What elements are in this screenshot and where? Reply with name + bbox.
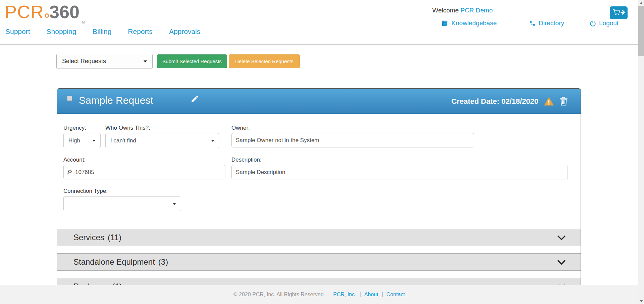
chevron-down-icon: [211, 140, 214, 142]
section-standalone-equipment-count: (3): [158, 257, 168, 267]
created-date: Created Date: 02/18/2020: [451, 97, 538, 106]
directory-link[interactable]: Directory: [529, 19, 564, 27]
knowledgebase-label: Knowledgebase: [451, 19, 497, 27]
username-link[interactable]: PCR Demo: [461, 7, 493, 14]
vertical-scrollbar[interactable]: [638, 0, 644, 304]
connection-type-select[interactable]: [63, 196, 181, 211]
footer-link-pcr[interactable]: PCR, Inc.: [333, 292, 356, 298]
warning-icon[interactable]: [544, 97, 554, 106]
footer-separator: |: [360, 292, 361, 298]
select-requests-dropdown[interactable]: Select Requests: [56, 54, 153, 69]
chevron-down-icon: [92, 140, 96, 142]
chevron-down-icon: [557, 260, 566, 265]
delete-selected-requests-button[interactable]: Delete Selected Requests: [229, 54, 300, 68]
footer-link-about[interactable]: About: [364, 292, 378, 298]
section-standalone-equipment[interactable]: Standalone Equipment (3): [57, 253, 581, 271]
nav-item-shopping[interactable]: Shopping: [47, 28, 76, 36]
submit-selected-requests-button[interactable]: Submit Selected Requests: [157, 54, 227, 68]
checkout-cart-button[interactable]: [610, 6, 628, 19]
who-owns-select[interactable]: I can't find: [105, 133, 219, 148]
pcr360-logo[interactable]: PCR360TM: [5, 1, 85, 24]
logo-text-360: 360: [49, 2, 79, 22]
account-label: Account:: [63, 157, 86, 163]
scroll-up-arrow[interactable]: [638, 0, 644, 6]
connection-type-label: Connection Type:: [63, 188, 108, 194]
edit-pencil-icon[interactable]: [191, 94, 199, 104]
power-icon: [590, 20, 596, 27]
cart-arrow-icon: [612, 8, 626, 18]
trash-icon[interactable]: [559, 97, 568, 106]
section-services[interactable]: Services (11): [57, 229, 581, 246]
welcome-prefix: Welcome: [432, 7, 459, 14]
main-nav: Support Shopping Billing Reports Approva…: [5, 28, 200, 36]
search-icon: [67, 169, 72, 176]
section-standalone-equipment-label: Standalone Equipment: [73, 257, 155, 267]
logo-ring-icon: [45, 13, 49, 18]
request-select-checkbox[interactable]: [67, 96, 72, 101]
urgency-label: Urgency:: [63, 125, 86, 131]
select-requests-label: Select Requests: [62, 58, 106, 65]
account-field-wrap: [63, 165, 225, 179]
chevron-down-icon: [173, 203, 176, 205]
directory-label: Directory: [539, 19, 564, 27]
chevron-down-icon: [144, 60, 147, 62]
logo-trademark: TM: [80, 20, 85, 24]
section-services-label: Services: [73, 233, 104, 242]
page: PCR360TM Support Shopping Billing Report…: [0, 0, 644, 304]
panel-header-right: Created Date: 02/18/2020: [451, 89, 568, 114]
footer-copyright: © 2020 PCR, Inc. All Rights Reserved.: [233, 292, 325, 298]
account-input[interactable]: [63, 165, 225, 179]
nav-item-billing[interactable]: Billing: [93, 28, 111, 36]
section-services-count: (11): [108, 233, 121, 242]
logout-label: Logout: [599, 19, 619, 27]
footer-link-contact[interactable]: Contact: [386, 292, 405, 298]
knowledgebase-link[interactable]: Knowledgebase: [441, 19, 497, 27]
owner-input[interactable]: [231, 133, 474, 147]
request-panel: Sample Request Created Date: 02/18/2020: [57, 88, 581, 304]
footer-separator: |: [382, 292, 383, 298]
site-header: PCR360TM Support Shopping Billing Report…: [0, 0, 638, 45]
book-icon: [441, 20, 448, 27]
scrollbar-thumb[interactable]: [638, 6, 644, 56]
urgency-select[interactable]: High: [63, 133, 101, 148]
nav-item-approvals[interactable]: Approvals: [169, 28, 200, 36]
scroll-down-arrow[interactable]: [638, 298, 644, 304]
who-owns-label: Who Owns This?:: [105, 125, 150, 131]
chevron-down-icon: [557, 235, 566, 240]
nav-item-reports[interactable]: Reports: [128, 28, 153, 36]
owner-label: Owner:: [231, 125, 250, 131]
logo-text-pcr: PCR: [5, 2, 44, 22]
description-label: Description:: [231, 157, 262, 163]
welcome-text: Welcome PCR Demo: [432, 7, 493, 14]
request-title: Sample Request: [79, 95, 153, 106]
description-input[interactable]: [231, 165, 568, 179]
logout-link[interactable]: Logout: [590, 19, 619, 27]
phone-icon: [529, 20, 536, 27]
request-panel-header: Sample Request Created Date: 02/18/2020: [57, 89, 581, 114]
nav-item-support[interactable]: Support: [5, 28, 30, 36]
urgency-value: High: [68, 137, 80, 144]
site-footer: © 2020 PCR, Inc. All Rights Reserved. PC…: [0, 285, 638, 304]
who-owns-value: I can't find: [110, 137, 136, 144]
